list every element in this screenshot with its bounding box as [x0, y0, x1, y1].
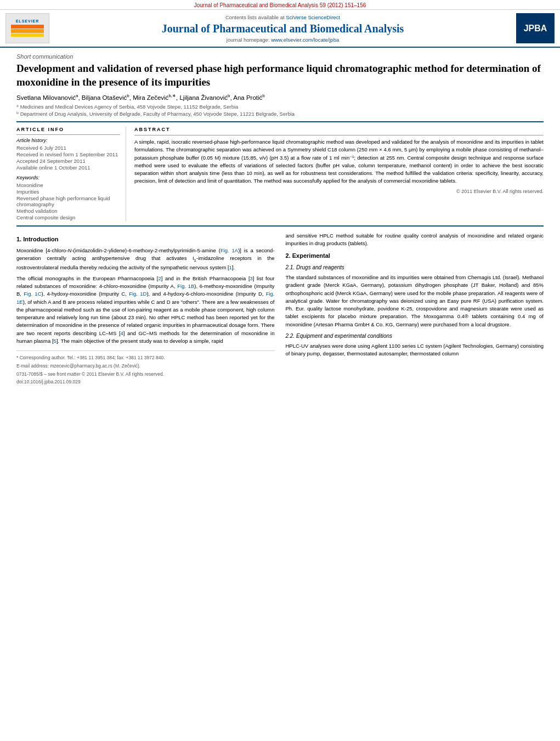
- subsection22-title: 2.2. Equipment and experimental conditio…: [286, 332, 544, 340]
- abstract-title: ABSTRACT: [134, 127, 544, 132]
- fig1c-link[interactable]: Fig. 1C: [24, 291, 41, 297]
- elsevier-logo: ELSEVIER: [5, 13, 49, 43]
- keywords-title: Keywords:: [16, 175, 120, 180]
- intro-para-right: and sensitive HPLC method suitable for r…: [286, 232, 544, 248]
- fig1b-link[interactable]: Fig. 1B: [177, 283, 194, 289]
- author-svetlana: Svetlana Milovanović: [16, 94, 76, 101]
- intro-para-1: Moxonidine [4-chloro-N-(imidazolidin-2-y…: [16, 247, 275, 271]
- thick-divider: [16, 121, 544, 122]
- ref1-link[interactable]: 1: [229, 264, 232, 270]
- sup-b4: b: [262, 93, 264, 98]
- subsection22-text: HPLC-UV analyses were done using Agilent…: [286, 342, 544, 358]
- abstract-text: A simple, rapid, isocratic reversed-phas…: [134, 138, 544, 185]
- svg-rect-1: [11, 29, 44, 33]
- history-received: Received 6 July 2011: [16, 145, 120, 151]
- keyword-5: Central composite design: [16, 214, 120, 220]
- abstract-column: ABSTRACT A simple, rapid, isocratic reve…: [134, 127, 544, 221]
- footnote-email: E-mail address: mzecevic@pharmacy.bg.ac.…: [16, 363, 275, 370]
- journal-header: ELSEVIER Contents lists available at Sci…: [0, 10, 560, 48]
- article-type-label: Short communication: [16, 53, 544, 60]
- journal-reference-bar: Journal of Pharmaceutical and Biomedical…: [0, 0, 560, 10]
- subsection21-text: The standard substances of moxonidine an…: [286, 274, 544, 329]
- article-body: ARTICLE INFO Article history: Received 6…: [16, 127, 544, 221]
- fig1d-link[interactable]: Fig. 1D: [129, 291, 146, 297]
- subsection21-title: 2.1. Drugs and reagents: [286, 263, 544, 271]
- keyword-2: Impurities: [16, 189, 120, 195]
- article-history-title: Article history:: [16, 138, 120, 143]
- intro-para-2: The official monographs in the European …: [16, 275, 275, 345]
- main-content: Short communication Development and vali…: [0, 48, 560, 391]
- body-two-column: 1. Introduction Moxonidine [4-chloro-N-(…: [16, 232, 544, 386]
- keyword-1: Moxonidine: [16, 182, 120, 188]
- journal-right-logo: JPBA: [516, 13, 555, 43]
- footnote-doi: doi:10.1016/j.jpba.2011.09.029: [16, 378, 275, 386]
- elsevier-label: ELSEVIER: [16, 19, 39, 23]
- abstract-divider: [134, 135, 544, 135]
- svg-rect-2: [11, 33, 44, 37]
- homepage-url[interactable]: www.elsevier.com/locate/jpba: [271, 37, 339, 43]
- ref4-link[interactable]: 4: [121, 330, 123, 336]
- section1-title: 1. Introduction: [16, 235, 275, 244]
- authors-line: Svetlana Milovanovića, Biljana Otaševićb…: [16, 93, 544, 101]
- article-info-column: ARTICLE INFO Article history: Received 6…: [16, 127, 126, 221]
- body-left-column: 1. Introduction Moxonidine [4-chloro-N-(…: [16, 232, 275, 386]
- svg-rect-0: [11, 25, 44, 29]
- affiliation-b: ᵇ Department of Drug Analysis, Universit…: [16, 111, 544, 117]
- fig1a-link[interactable]: Fig. 1A: [220, 247, 238, 253]
- footnote-corresponding: * Corresponding author. Tel.: +381 11 39…: [16, 354, 275, 361]
- article-title: Development and validation of reversed p…: [16, 62, 544, 89]
- ref3-link[interactable]: 3: [250, 275, 253, 281]
- body-divider: [16, 225, 544, 227]
- keyword-4: Method validation: [16, 208, 120, 214]
- footnote-issn: 0731-7085/$ – see front matter © 2011 El…: [16, 371, 275, 378]
- footnote-section: * Corresponding author. Tel.: +381 11 39…: [16, 350, 275, 386]
- history-accepted: Accepted 24 September 2011: [16, 158, 120, 164]
- info-divider: [16, 134, 120, 135]
- journal-title: Journal of Pharmaceutical and Biomedical…: [55, 22, 511, 35]
- sciverse-line: Contents lists available at SciVerse Sci…: [55, 14, 511, 20]
- journal-header-center: Contents lists available at SciVerse Sci…: [55, 14, 511, 43]
- sciverse-text: Contents lists available at: [225, 14, 286, 20]
- body-right-column: and sensitive HPLC method suitable for r…: [286, 232, 544, 386]
- sup-b2: b,∗: [168, 93, 176, 98]
- ref2-link[interactable]: 2: [159, 275, 161, 281]
- sciverse-link[interactable]: SciVerse ScienceDirect: [286, 14, 340, 20]
- journal-reference-text: Journal of Pharmaceutical and Biomedical…: [194, 2, 366, 8]
- journal-homepage: journal homepage: www.elsevier.com/locat…: [55, 37, 511, 43]
- affiliation-a: ᵃ Medicines and Medical Devices Agency o…: [16, 104, 544, 110]
- article-info-title: ARTICLE INFO: [16, 127, 120, 132]
- history-revised: Received in revised form 1 September 201…: [16, 151, 120, 157]
- ref5-link[interactable]: 5: [54, 338, 56, 344]
- copyright-line: © 2011 Elsevier B.V. All rights reserved…: [134, 189, 544, 194]
- history-available: Available online 1 October 2011: [16, 165, 120, 171]
- section2-title: 2. Experimental: [286, 251, 544, 261]
- keyword-3: Reversed phase high performance liquid c…: [16, 195, 120, 207]
